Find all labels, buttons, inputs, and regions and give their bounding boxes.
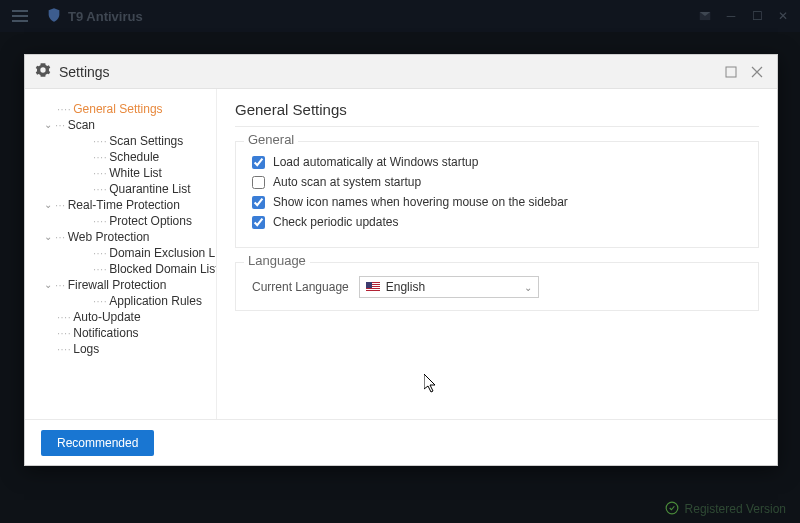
cb-load-at-startup-label: Load automatically at Windows startup bbox=[273, 155, 478, 169]
cb-load-at-startup[interactable] bbox=[252, 156, 265, 169]
page-title: General Settings bbox=[235, 101, 759, 118]
cb-show-icon-names-row: Show icon names when hovering mouse on t… bbox=[248, 195, 746, 209]
chevron-down-icon: ⌄ bbox=[524, 282, 532, 293]
modal-title: Settings bbox=[59, 64, 110, 80]
bg-appbar: T9 Antivirus ─ ☐ ✕ bbox=[0, 0, 800, 32]
tree-firewall-protection[interactable]: ⌄···Firewall Protection bbox=[29, 277, 212, 293]
settings-modal: Settings ····General Settings ⌄···Scan ·… bbox=[24, 54, 778, 466]
tree-schedule[interactable]: ····Schedule bbox=[29, 149, 212, 165]
tree-scan-settings[interactable]: ····Scan Settings bbox=[29, 133, 212, 149]
tree-web-protection[interactable]: ⌄···Web Protection bbox=[29, 229, 212, 245]
chevron-down-icon: ⌄ bbox=[43, 117, 53, 133]
tree-realtime-protection[interactable]: ⌄···Real-Time Protection bbox=[29, 197, 212, 213]
cb-periodic-updates-row: Check periodic updates bbox=[248, 215, 746, 229]
cb-auto-scan-row: Auto scan at system startup bbox=[248, 175, 746, 189]
language-selected: English bbox=[386, 280, 425, 294]
settings-content: General Settings General Load automatica… bbox=[217, 89, 777, 419]
current-language-label: Current Language bbox=[252, 280, 349, 294]
cb-load-at-startup-row: Load automatically at Windows startup bbox=[248, 155, 746, 169]
tree-white-list[interactable]: ····White List bbox=[29, 165, 212, 181]
bg-maximize-icon[interactable]: ☐ bbox=[748, 7, 766, 25]
language-select[interactable]: English ⌄ bbox=[359, 276, 539, 298]
language-group: Language Current Language English ⌄ bbox=[235, 262, 759, 311]
cb-auto-scan-label: Auto scan at system startup bbox=[273, 175, 421, 189]
tree-blocked-domain-list[interactable]: ····Blocked Domain List bbox=[29, 261, 212, 277]
tree-logs[interactable]: ····Logs bbox=[29, 341, 212, 357]
tree-application-rules[interactable]: ····Application Rules bbox=[29, 293, 212, 309]
flag-us-icon bbox=[366, 282, 380, 292]
chevron-down-icon: ⌄ bbox=[43, 197, 53, 213]
general-group-title: General bbox=[244, 132, 298, 147]
tree-domain-exclusion-list[interactable]: ····Domain Exclusion List bbox=[29, 245, 212, 261]
check-circle-icon bbox=[665, 501, 679, 518]
tree-general-settings[interactable]: ····General Settings bbox=[29, 101, 212, 117]
bg-close-icon[interactable]: ✕ bbox=[774, 7, 792, 25]
tree-scan[interactable]: ⌄···Scan bbox=[29, 117, 212, 133]
content-divider bbox=[235, 126, 759, 127]
settings-tree: ····General Settings ⌄···Scan ····Scan S… bbox=[25, 89, 217, 419]
modal-footer: Recommended bbox=[25, 419, 777, 465]
cb-periodic-updates[interactable] bbox=[252, 216, 265, 229]
registered-label: Registered Version bbox=[685, 502, 786, 516]
bg-minimize-icon[interactable]: ─ bbox=[722, 7, 740, 25]
svg-rect-1 bbox=[726, 67, 736, 77]
mail-icon[interactable] bbox=[696, 7, 714, 25]
recommended-button[interactable]: Recommended bbox=[41, 430, 154, 456]
tree-auto-update[interactable]: ····Auto-Update bbox=[29, 309, 212, 325]
bg-app-title: T9 Antivirus bbox=[68, 9, 143, 24]
cb-auto-scan[interactable] bbox=[252, 176, 265, 189]
modal-titlebar: Settings bbox=[25, 55, 777, 89]
cb-show-icon-names-label: Show icon names when hovering mouse on t… bbox=[273, 195, 568, 209]
bg-footer: Registered Version bbox=[651, 495, 800, 523]
chevron-down-icon: ⌄ bbox=[43, 277, 53, 293]
general-group: General Load automatically at Windows st… bbox=[235, 141, 759, 248]
chevron-down-icon: ⌄ bbox=[43, 229, 53, 245]
gear-icon bbox=[35, 62, 51, 81]
cb-show-icon-names[interactable] bbox=[252, 196, 265, 209]
modal-maximize-icon[interactable] bbox=[721, 62, 741, 82]
svg-point-0 bbox=[666, 502, 678, 514]
tree-notifications[interactable]: ····Notifications bbox=[29, 325, 212, 341]
modal-close-icon[interactable] bbox=[747, 62, 767, 82]
tree-quarantine-list[interactable]: ····Quarantine List bbox=[29, 181, 212, 197]
language-group-title: Language bbox=[244, 253, 310, 268]
hamburger-icon[interactable] bbox=[12, 7, 28, 25]
cb-periodic-updates-label: Check periodic updates bbox=[273, 215, 398, 229]
tree-protect-options[interactable]: ····Protect Options bbox=[29, 213, 212, 229]
shield-icon bbox=[46, 7, 62, 26]
